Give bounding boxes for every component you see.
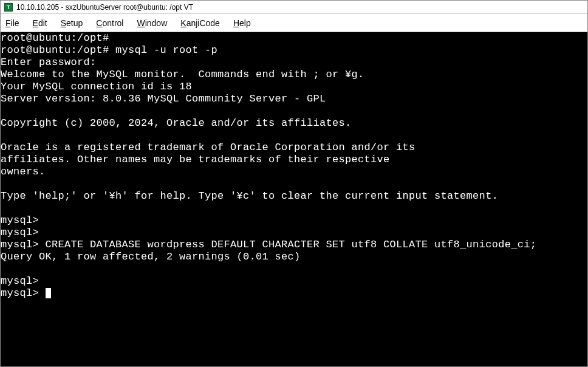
terminal-line: root@ubuntu:/opt# mysql -u root -p bbox=[1, 44, 217, 56]
menu-edit[interactable]: Edit bbox=[33, 18, 47, 28]
menu-help[interactable]: Help bbox=[233, 18, 251, 28]
window-titlebar: T 10.10.10.205 - sxzUbuntuServer root@ub… bbox=[1, 1, 587, 14]
terminal-cursor bbox=[46, 288, 51, 298]
menu-bar: File Edit Setup Control Window KanjiCode… bbox=[1, 14, 587, 32]
terminal-line: mysql> bbox=[1, 287, 46, 299]
terminal-line: owners. bbox=[1, 166, 46, 177]
terminal-line: mysql> CREATE DATABASE wordpress DEFAULT… bbox=[1, 239, 536, 250]
terminal-line: affiliates. Other names may be trademark… bbox=[1, 154, 390, 165]
terminal-line: mysql> bbox=[1, 227, 39, 238]
terminal-line: Server version: 8.0.36 MySQL Community S… bbox=[1, 93, 326, 105]
window-title: 10.10.10.205 - sxzUbuntuServer root@ubun… bbox=[16, 3, 193, 12]
app-icon: T bbox=[4, 3, 13, 12]
terminal-line: Oracle is a registered trademark of Orac… bbox=[1, 142, 415, 153]
terminal-line: Type 'help;' or '¥h' for help. Type '¥c'… bbox=[1, 190, 498, 202]
menu-kanjicode[interactable]: KanjiCode bbox=[180, 18, 220, 28]
menu-window[interactable]: Window bbox=[137, 18, 167, 28]
menu-setup[interactable]: Setup bbox=[61, 18, 83, 28]
terminal-line: Copyright (c) 2000, 2024, Oracle and/or … bbox=[1, 117, 352, 129]
terminal-line: mysql> bbox=[1, 275, 39, 287]
terminal-line: root@ubuntu:/opt# bbox=[1, 32, 109, 44]
terminal-area[interactable]: root@ubuntu:/opt# root@ubuntu:/opt# mysq… bbox=[1, 32, 587, 367]
terminal-line: Enter password: bbox=[1, 57, 97, 68]
menu-file[interactable]: File bbox=[5, 18, 19, 28]
terminal-line: Welcome to the MySQL monitor. Commands e… bbox=[1, 69, 364, 80]
terminal-line: mysql> bbox=[1, 214, 39, 226]
terminal-line: Query OK, 1 row affected, 2 warnings (0.… bbox=[1, 251, 301, 262]
menu-control[interactable]: Control bbox=[96, 18, 123, 28]
terminal-line: Your MySQL connection id is 18 bbox=[1, 81, 192, 92]
